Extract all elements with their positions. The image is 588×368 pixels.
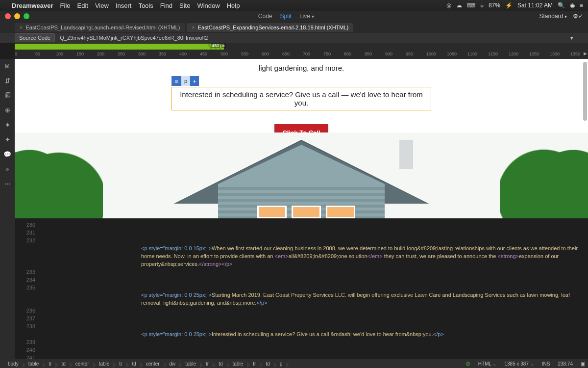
crumb[interactable]: tr [114, 361, 127, 367]
crumb[interactable]: table [94, 361, 115, 367]
crumb[interactable]: table [24, 361, 44, 367]
crumb[interactable]: tr [44, 361, 56, 367]
close-window-button[interactable] [5, 13, 11, 19]
crumb[interactable]: tr [201, 361, 214, 367]
document-toolbar: 🗎 ⇵ 🗐 ⊕ ✶ ✦ 💬 ⟐ ⋯ [0, 59, 15, 359]
macos-menubar: Dreamweaver File Edit View Insert Tools … [0, 0, 588, 11]
crumb[interactable]: td [56, 361, 70, 367]
insert-mode: INS [542, 361, 550, 367]
menu-tools[interactable]: Tools [138, 2, 153, 9]
mq-range[interactable] [15, 44, 208, 50]
doctype-indicator[interactable]: HTML [478, 361, 497, 367]
menu-help[interactable]: Help [227, 2, 240, 9]
settings-icon[interactable]: ⚙✓ [573, 13, 583, 20]
body-text[interactable]: light gardening, and more. [15, 59, 588, 72]
workspace-switcher[interactable]: Standard [539, 13, 567, 20]
crumb[interactable]: td [261, 361, 274, 367]
add-icon[interactable]: + [190, 76, 199, 86]
view-split[interactable]: Split [280, 13, 292, 20]
menu-view[interactable]: View [95, 2, 109, 9]
mq-label: 480 px [211, 43, 226, 48]
crumb[interactable]: td [214, 361, 227, 367]
view-live[interactable]: Live [299, 13, 314, 20]
menu-file[interactable]: File [60, 2, 71, 9]
app-name[interactable]: Dreamweaver [12, 2, 53, 9]
close-tab-icon[interactable]: × [20, 25, 23, 30]
tag-label[interactable]: p [181, 76, 190, 86]
live-preview-pane[interactable]: light gardening, and more. ≡ p + Interes… [15, 59, 588, 218]
menu-edit[interactable]: Edit [77, 2, 88, 9]
doc-tab-2[interactable]: ×EastCoastPS_ExpandingServices-email-2.1… [187, 23, 353, 32]
cc-sync-icon[interactable]: ◎ [446, 2, 451, 9]
notification-icon[interactable]: ≡ [580, 2, 583, 9]
tool-icon[interactable]: ✦ [3, 135, 11, 143]
preview-scrollbar[interactable] [583, 62, 587, 121]
ruler-handle-icon[interactable]: ▶ [584, 51, 587, 56]
crumb[interactable]: table [228, 361, 248, 367]
spotlight-icon[interactable]: 🔍 [558, 2, 565, 9]
menu-find[interactable]: Find [160, 2, 172, 9]
related-file[interactable]: Q_Z9mv4hySLTMoMjnk_rCXYhjbSpvc47ee6xR_80… [60, 35, 208, 41]
window-size[interactable]: 1385 x 387 [504, 361, 534, 367]
crumb[interactable]: td [127, 361, 141, 367]
keyboard-icon[interactable]: ⌨ [467, 2, 475, 9]
source-code-button[interactable]: Source Code [15, 33, 55, 42]
comment-icon[interactable]: 💬 [3, 150, 11, 158]
battery-icon: ⚡ [505, 2, 513, 9]
preview-icon[interactable]: ▣ [581, 361, 585, 367]
window-titlebar: Code Split Live Standard ⚙✓ [0, 11, 588, 22]
close-tab-icon[interactable]: × [192, 25, 195, 30]
menu-insert[interactable]: Insert [116, 2, 132, 9]
filter-icon[interactable]: ▾ [570, 35, 573, 41]
media-query-bar[interactable]: 480 px [15, 43, 588, 50]
menu-site[interactable]: Site [179, 2, 190, 9]
horizontal-ruler: 0 50 100 150 200 250 300 350 400 450 500… [15, 50, 588, 59]
siri-icon[interactable]: ◉ [570, 2, 575, 9]
crumb[interactable]: div [165, 361, 181, 367]
code-editor[interactable]: 230 231 232<p style="margin: 0 0 15px;">… [15, 218, 588, 359]
selected-paragraph[interactable]: ≡ p + Interested in scheduling a service… [172, 87, 431, 110]
view-code[interactable]: Code [258, 13, 272, 20]
crumb[interactable]: p [275, 361, 288, 367]
doc-tab-1[interactable]: ×EastCoastPS_LandscapingLaunch-email-Rev… [15, 23, 185, 32]
more-icon[interactable]: ⋯ [3, 180, 11, 187]
related-files-bar: Source Code Q_Z9mv4hySLTMoMjnk_rCXYhjbSp… [0, 32, 588, 43]
crumb[interactable]: center [141, 361, 165, 367]
tool-icon[interactable]: ✶ [3, 121, 11, 129]
cloud-icon[interactable]: ☁ [456, 2, 462, 9]
tag-selector-bar: body table tr td center table tr td cent… [0, 359, 588, 368]
element-display[interactable]: ≡ p + [172, 76, 199, 86]
collapse-icon[interactable]: ⟐ [3, 165, 11, 173]
crumb[interactable]: table [180, 361, 201, 367]
no-errors-icon[interactable]: ⊘ [466, 360, 470, 367]
wifi-icon[interactable]: ⏚ [480, 2, 484, 9]
menu-window[interactable]: Window [197, 2, 220, 9]
crumb[interactable]: body [3, 361, 24, 367]
expand-icon[interactable]: ⇵ [3, 77, 11, 84]
battery-percent: 87% [489, 2, 500, 9]
inspect-icon[interactable]: ⊕ [3, 106, 11, 114]
cursor-position: 238:74 [558, 361, 573, 367]
crumb[interactable]: center [71, 361, 94, 367]
live-data-icon[interactable]: 🗐 [3, 91, 11, 99]
document-tabs: ×EastCoastPS_LandscapingLaunch-email-Rev… [0, 22, 588, 32]
minimize-window-button[interactable] [14, 13, 20, 19]
hamburger-icon[interactable]: ≡ [172, 76, 181, 86]
zoom-window-button[interactable] [24, 13, 29, 19]
file-mgmt-icon[interactable]: 🗎 [3, 62, 11, 70]
crumb[interactable]: tr [248, 361, 261, 367]
clock[interactable]: Sat 11:02 AM [517, 2, 553, 9]
hero-image [15, 132, 588, 218]
